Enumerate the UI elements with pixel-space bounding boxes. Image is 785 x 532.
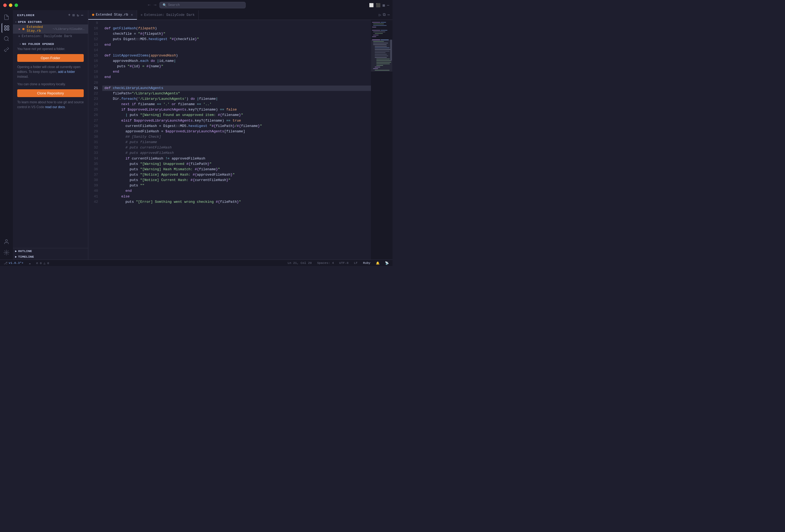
sidebar-toggle-icon[interactable]: ⬜: [369, 3, 374, 7]
line-num-9: 9: [88, 21, 102, 26]
svg-rect-16: [373, 32, 385, 32]
activity-settings-icon[interactable]: [2, 248, 11, 258]
svg-point-4: [4, 36, 8, 41]
tab-dailycode[interactable]: ≡ Extension: DailyCode Dark: [137, 10, 199, 20]
new-file-icon[interactable]: +: [68, 13, 71, 18]
forward-arrow-icon[interactable]: →: [153, 2, 157, 8]
language-status[interactable]: Ruby: [362, 261, 372, 265]
refresh-icon[interactable]: ↻: [77, 13, 79, 18]
code-line-20: [102, 80, 371, 85]
collapse-icon[interactable]: ⋯: [81, 13, 84, 18]
encoding-status[interactable]: UTF-8: [338, 261, 350, 265]
more-icon[interactable]: ⋯: [387, 3, 389, 7]
sidebar-header: EXPLORER + ⊞ ↻ ⋯: [13, 10, 88, 19]
tab-label-extended-stay: Extended Stay.rb: [96, 13, 128, 17]
line-num-42: 42: [88, 199, 102, 205]
close-file-icon[interactable]: ✕: [18, 27, 20, 31]
tab-label-dailycode: Extension: DailyCode Dark: [144, 13, 195, 17]
activity-account-icon[interactable]: [2, 237, 11, 247]
line-ending-status[interactable]: LF: [353, 261, 359, 265]
sidebar-title: EXPLORER: [17, 14, 35, 17]
spaces-status[interactable]: Spaces: 4: [316, 261, 335, 265]
minimap[interactable]: [371, 20, 392, 260]
open-editors-label: OPEN EDITORS: [18, 21, 42, 24]
search-bar[interactable]: 🔍 Search: [160, 2, 246, 8]
broadcast-status[interactable]: 📡: [384, 261, 390, 265]
run-icon[interactable]: ▷: [379, 12, 381, 18]
file-item-extended-stay[interactable]: ✕ Extended Stay.rb ~/Library/CloudStorag…: [13, 25, 88, 34]
code-line-37: puts "[Notice] Approved Hash: #{approved…: [102, 172, 371, 178]
timeline-section[interactable]: ▶ TIMELINE: [13, 254, 88, 260]
modified-dot: [22, 28, 25, 30]
code-line-28: currentFileHash = Digest::MD5.hexdigest …: [102, 124, 371, 129]
line-numbers: 9 10 11 12 13 14 15 16 17 18 19 20 21 22…: [88, 20, 102, 260]
open-editors-title[interactable]: ▾ OPEN EDITORS: [13, 20, 88, 25]
svg-rect-17: [375, 33, 383, 34]
timeline-label: TIMELINE: [18, 255, 34, 259]
split-editor-icon[interactable]: ⧉: [383, 12, 386, 18]
errors-warnings-status[interactable]: ⊘ 0 △ 0: [35, 261, 50, 265]
sync-icon: ☁: [29, 261, 31, 265]
sidebar-bottom: ▶ OUTLINE ▶ TIMELINE: [13, 248, 88, 260]
line-num-30: 30: [88, 134, 102, 140]
code-line-32: # puts currentFileHash: [102, 145, 371, 150]
more-actions-icon[interactable]: ⋯: [387, 12, 390, 18]
tab-extended-stay[interactable]: Extended Stay.rb ✕: [88, 10, 137, 20]
chevron-right-timeline-icon: ▶: [15, 255, 17, 259]
code-line-31: # puts filename: [102, 140, 371, 145]
line-num-41: 41: [88, 194, 102, 199]
activity-extensions-icon[interactable]: [2, 45, 11, 54]
code-line-33: # puts approvedFileHash: [102, 150, 371, 156]
line-num-16: 16: [88, 58, 102, 64]
line-num-39: 39: [88, 183, 102, 188]
outline-section[interactable]: ▶ OUTLINE: [13, 248, 88, 254]
line-num-36: 36: [88, 167, 102, 172]
line-num-12: 12: [88, 36, 102, 42]
tab-close-icon[interactable]: ✕: [131, 12, 133, 17]
sync-status[interactable]: ☁: [28, 261, 32, 265]
code-line-36: puts "[Warning] Hash Mismatch: #{filenam…: [102, 167, 371, 172]
activity-search-icon[interactable]: [2, 34, 11, 44]
split-editor-icon[interactable]: ▦: [383, 3, 385, 7]
cursor-position-status[interactable]: Ln 21, Col 29: [286, 261, 313, 265]
svg-rect-15: [381, 30, 387, 31]
svg-rect-9: [372, 22, 380, 23]
minimize-button[interactable]: [9, 3, 12, 7]
file-item-dailycode[interactable]: ≡ Extension: DailyCode Dark: [13, 34, 88, 39]
sidebar-header-icons: + ⊞ ↻ ⋯: [68, 13, 84, 18]
clone-repo-button[interactable]: Clone Repository: [17, 89, 84, 97]
notifications-status[interactable]: 🔔: [375, 261, 381, 265]
svg-rect-18: [373, 35, 379, 35]
new-folder-icon[interactable]: ⊞: [72, 13, 75, 18]
code-line-22: filePath="/Library/LaunchAgents": [102, 91, 371, 96]
svg-rect-1: [7, 26, 9, 27]
add-folder-link[interactable]: add a folder: [58, 70, 75, 74]
line-num-22: 22: [88, 91, 102, 96]
git-branch-status[interactable]: ⎇ v1.0.3*+: [3, 261, 25, 265]
nav-arrows: ← →: [147, 2, 157, 8]
code-line-38: puts "[Notice] Current Hash: #{currentFi…: [102, 178, 371, 183]
code-line-25: if $approvedLibraryLaunchAgents.key?(fil…: [102, 107, 371, 112]
activity-explorer-icon[interactable]: [2, 12, 11, 22]
line-num-18: 18: [88, 69, 102, 75]
layout-icon[interactable]: ⬛: [376, 3, 380, 7]
encoding-label: UTF-8: [339, 261, 349, 265]
status-bar: ⎇ v1.0.3*+ ☁ ⊘ 0 △ 0 Ln 21, Col 29 Space…: [0, 260, 392, 266]
maximize-button[interactable]: [15, 3, 18, 7]
line-num-17: 17: [88, 64, 102, 69]
no-folder-title[interactable]: ▾ NO FOLDER OPENED: [17, 42, 84, 47]
open-editors-section: ▾ OPEN EDITORS ✕ Extended Stay.rb ~/Libr…: [13, 19, 88, 39]
activity-bar: [0, 10, 13, 260]
close-button[interactable]: [3, 3, 7, 7]
code-line-26: | puts "[Warning] Found an unapproved it…: [102, 112, 371, 118]
line-num-34: 34: [88, 156, 102, 161]
activity-files-icon[interactable]: [2, 23, 11, 33]
back-arrow-icon[interactable]: ←: [147, 2, 152, 8]
errors-warnings-label: ⊘ 0 △ 0: [36, 261, 49, 265]
read-docs-link[interactable]: read our docs: [45, 105, 65, 109]
code-line-41: else: [102, 194, 371, 199]
open-folder-button[interactable]: Open Folder: [17, 54, 84, 62]
code-content[interactable]: def getFileHash(filepath) checkfile = "#…: [102, 20, 371, 260]
git-branch-label: v1.0.3*+: [9, 261, 23, 265]
line-num-21: 21: [88, 85, 102, 91]
